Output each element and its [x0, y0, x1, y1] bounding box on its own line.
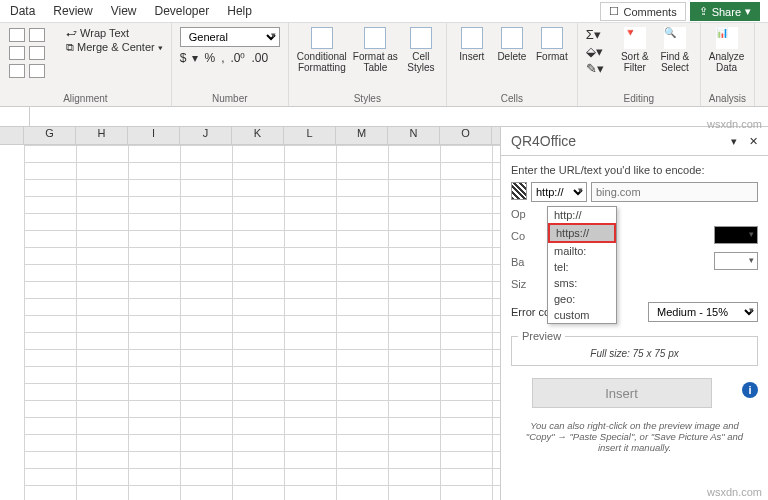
- watermark: wsxdn.com: [707, 486, 762, 498]
- editing-small-icons[interactable]: Σ▾⬙▾✎▾: [586, 27, 612, 76]
- analyze-data-button[interactable]: 📊Analyze Data: [709, 27, 745, 73]
- dd-http[interactable]: http://: [548, 207, 616, 223]
- group-alignment: ⮐ Wrap Text ⧉ Merge & Center ▾ Alignment: [0, 23, 172, 106]
- format-cells-button[interactable]: Format: [535, 27, 569, 62]
- cell-styles-button[interactable]: Cell Styles: [404, 27, 438, 73]
- group-label-cells: Cells: [455, 91, 569, 104]
- pane-close-icon[interactable]: ✕: [749, 135, 758, 147]
- dd-tel[interactable]: tel:: [548, 259, 616, 275]
- menu-review[interactable]: Review: [53, 4, 92, 18]
- number-format-select[interactable]: General: [180, 27, 280, 47]
- dd-custom[interactable]: custom: [548, 307, 616, 323]
- group-label-alignment: Alignment: [8, 91, 163, 104]
- group-label-styles: Styles: [297, 91, 438, 104]
- decimal-inc-icon[interactable]: .0⁰: [230, 51, 245, 65]
- fx-icon: [0, 107, 30, 126]
- qr-icon: [511, 182, 527, 200]
- share-button[interactable]: ⇪ Share ▾: [690, 2, 760, 21]
- format-table-button[interactable]: Format as Table: [353, 27, 398, 73]
- group-editing: Σ▾⬙▾✎▾ 🔻Sort & Filter 🔍Find & Select Edi…: [578, 23, 701, 106]
- dd-sms[interactable]: sms:: [548, 275, 616, 291]
- formula-bar[interactable]: [0, 107, 768, 127]
- ribbon: ⮐ Wrap Text ⧉ Merge & Center ▾ Alignment…: [0, 23, 768, 107]
- group-label-analysis: Analysis: [709, 91, 746, 104]
- group-styles: Conditional Formatting Format as Table C…: [289, 23, 447, 106]
- url-input[interactable]: [591, 182, 758, 202]
- merge-center-button[interactable]: ⧉ Merge & Center ▾: [66, 41, 163, 54]
- group-label-number: Number: [180, 91, 280, 104]
- error-correction-select[interactable]: Medium - 15%: [648, 302, 758, 322]
- insert-cells-button[interactable]: Insert: [455, 27, 489, 62]
- background-color[interactable]: [714, 252, 758, 270]
- menu-help[interactable]: Help: [227, 4, 252, 18]
- footer-note: You can also right-click on the preview …: [511, 414, 758, 459]
- wrap-text-button[interactable]: ⮐ Wrap Text: [66, 27, 163, 39]
- group-number: General $▾ % , .0⁰ .00 Number: [172, 23, 289, 106]
- delete-cells-button[interactable]: Delete: [495, 27, 529, 62]
- comments-button[interactable]: ☐ Comments: [600, 2, 685, 21]
- protocol-dropdown: http:// https:// mailto: tel: sms: geo: …: [547, 206, 617, 324]
- dd-https[interactable]: https://: [548, 223, 616, 243]
- percent-button[interactable]: %: [204, 51, 215, 65]
- info-icon[interactable]: i: [742, 382, 758, 398]
- protocol-select[interactable]: http://: [531, 182, 587, 202]
- group-analysis: 📊Analyze Data Analysis: [701, 23, 755, 106]
- pane-menu-icon[interactable]: ▾: [731, 135, 737, 147]
- menu-data[interactable]: Data: [10, 4, 35, 18]
- find-select-button[interactable]: 🔍Find & Select: [658, 27, 692, 73]
- decimal-dec-icon[interactable]: .00: [252, 51, 269, 65]
- preview-size-label: Full size: 75 x 75 px: [518, 348, 751, 359]
- conditional-formatting-button[interactable]: Conditional Formatting: [297, 27, 347, 73]
- encode-prompt: Enter the URL/text you'd like to encode:: [511, 164, 758, 176]
- foreground-color[interactable]: [714, 226, 758, 244]
- menu-view[interactable]: View: [111, 4, 137, 18]
- sort-filter-button[interactable]: 🔻Sort & Filter: [618, 27, 652, 73]
- align-small-icons[interactable]: [8, 27, 60, 79]
- dd-mailto[interactable]: mailto:: [548, 243, 616, 259]
- spreadsheet-grid[interactable]: GHI JKL MNO: [0, 127, 500, 500]
- column-headers: GHI JKL MNO: [0, 127, 500, 145]
- task-pane: QR4Office ▾✕ Enter the URL/text you'd li…: [500, 127, 768, 500]
- dd-geo[interactable]: geo:: [548, 291, 616, 307]
- watermark: wsxdn.com: [707, 118, 762, 130]
- insert-button[interactable]: Insert: [532, 378, 712, 408]
- pane-title: QR4Office: [511, 133, 576, 149]
- group-label-editing: Editing: [586, 91, 692, 104]
- group-cells: Insert Delete Format Cells: [447, 23, 578, 106]
- currency-button[interactable]: $: [180, 51, 187, 65]
- preview-box: Preview Full size: 75 x 75 px: [511, 330, 758, 366]
- comma-button[interactable]: ,: [221, 51, 224, 65]
- menu-developer[interactable]: Developer: [155, 4, 210, 18]
